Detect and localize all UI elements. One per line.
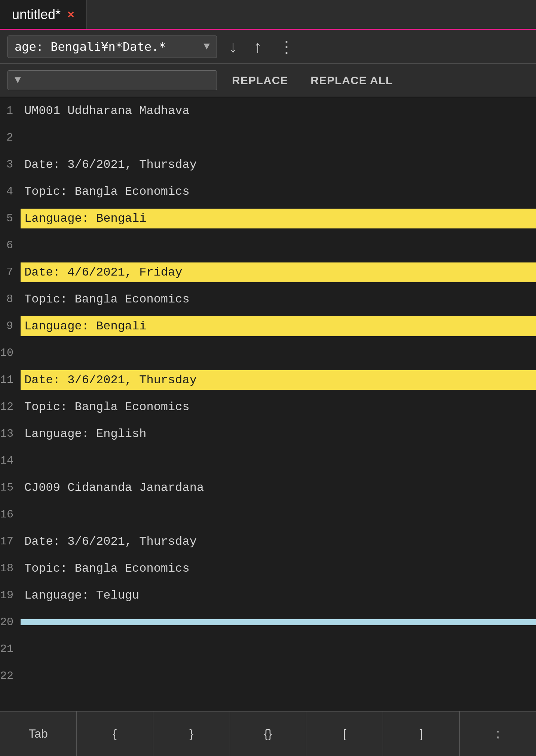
- replace-all-button[interactable]: REPLACE ALL: [303, 70, 400, 90]
- search-dropdown-arrow-icon[interactable]: ▼: [203, 41, 210, 52]
- tab-close-button[interactable]: ×: [67, 7, 74, 21]
- keyboard-key[interactable]: {: [77, 712, 153, 756]
- line-row: 15CJ009 Cidananda Janardana: [0, 474, 536, 501]
- tab-title: untitled*: [12, 7, 61, 22]
- keyboard-key[interactable]: {}: [230, 712, 307, 756]
- line-content: [21, 458, 536, 464]
- line-content: Topic: Bangla Economics: [21, 182, 536, 202]
- line-number: 1: [0, 104, 21, 117]
- replace-input-container[interactable]: ▼: [7, 70, 217, 90]
- line-number: 19: [0, 589, 21, 602]
- line-content: [21, 350, 536, 356]
- line-content: Date: 3/6/2021, Thursday: [21, 532, 536, 551]
- line-content: [21, 135, 536, 141]
- keyboard-key[interactable]: [: [306, 712, 383, 756]
- line-content: [21, 646, 536, 652]
- search-input-container[interactable]: age: Bengali¥n*Date.* ▼: [7, 36, 217, 58]
- line-content: Topic: Bangla Economics: [21, 397, 536, 417]
- line-content: UM001 Uddharana Madhava: [21, 101, 536, 121]
- line-content: Date: 3/6/2021, Thursday: [21, 370, 536, 390]
- keyboard-bar: Tab{}{}[];: [0, 711, 536, 756]
- line-number: 17: [0, 535, 21, 548]
- line-row: 11Date: 3/6/2021, Thursday: [0, 366, 536, 393]
- line-row: 21: [0, 636, 536, 663]
- editor-area[interactable]: 1UM001 Uddharana Madhava23Date: 3/6/2021…: [0, 97, 536, 733]
- line-row: 6: [0, 232, 536, 259]
- search-nav-up-button[interactable]: ↑: [249, 34, 266, 59]
- line-number: 10: [0, 347, 21, 359]
- line-number: 18: [0, 562, 21, 575]
- line-row: 12Topic: Bangla Economics: [0, 393, 536, 420]
- keyboard-key[interactable]: Tab: [0, 712, 77, 756]
- line-number: 13: [0, 427, 21, 440]
- line-number: 7: [0, 266, 21, 279]
- line-content: Language: English: [21, 424, 536, 444]
- line-number: 15: [0, 481, 21, 494]
- line-row: 1UM001 Uddharana Madhava: [0, 97, 536, 124]
- line-number: 4: [0, 185, 21, 198]
- tab-bar: untitled* ×: [0, 0, 536, 30]
- line-content: Language: Bengali: [21, 209, 536, 228]
- line-number: 21: [0, 643, 21, 655]
- line-content: Language: Bengali: [21, 316, 536, 336]
- line-content: [21, 511, 536, 517]
- line-number: 12: [0, 400, 21, 413]
- line-content: [21, 673, 536, 679]
- line-row: 14: [0, 447, 536, 474]
- keyboard-key[interactable]: ;: [460, 712, 536, 756]
- line-row: 3Date: 3/6/2021, Thursday: [0, 151, 536, 178]
- line-content: Date: 4/6/2021, Friday: [21, 262, 536, 282]
- line-number: 14: [0, 454, 21, 467]
- line-row: 18Topic: Bangla Economics: [0, 555, 536, 582]
- line-number: 11: [0, 374, 21, 386]
- line-row: 9Language: Bengali: [0, 313, 536, 339]
- line-number: 5: [0, 212, 21, 225]
- line-content: Language: Telugu: [21, 586, 536, 605]
- search-bar: age: Bengali¥n*Date.* ▼ ↓ ↑ ⋮: [0, 30, 536, 64]
- search-query-text: age: Bengali¥n*Date.*: [15, 40, 200, 54]
- line-number: 8: [0, 293, 21, 305]
- line-number: 3: [0, 158, 21, 171]
- line-number: 9: [0, 320, 21, 332]
- line-number: 2: [0, 131, 21, 144]
- line-row: 17Date: 3/6/2021, Thursday: [0, 528, 536, 555]
- keyboard-key[interactable]: }: [153, 712, 230, 756]
- line-number: 22: [0, 670, 21, 682]
- tab-item[interactable]: untitled* ×: [0, 0, 87, 29]
- line-row: 16: [0, 501, 536, 528]
- line-content: CJ009 Cidananda Janardana: [21, 478, 536, 498]
- search-nav-down-button[interactable]: ↓: [224, 34, 242, 59]
- line-row: 22: [0, 663, 536, 689]
- line-row: 13Language: English: [0, 420, 536, 447]
- replace-button[interactable]: REPLACE: [224, 70, 295, 90]
- line-content: Topic: Bangla Economics: [21, 289, 536, 309]
- line-row: 19Language: Telugu: [0, 582, 536, 609]
- line-row: 20: [0, 609, 536, 636]
- line-content: [21, 619, 536, 625]
- line-row: 8Topic: Bangla Economics: [0, 286, 536, 313]
- line-row: 4Topic: Bangla Economics: [0, 178, 536, 205]
- line-row: 5Language: Bengali: [0, 205, 536, 232]
- line-content: Topic: Bangla Economics: [21, 559, 536, 578]
- line-content: [21, 242, 536, 248]
- line-row: 7Date: 4/6/2021, Friday: [0, 259, 536, 286]
- replace-dropdown-arrow-icon[interactable]: ▼: [15, 74, 21, 86]
- replace-bar: ▼ REPLACE REPLACE ALL: [0, 64, 536, 97]
- line-row: 2: [0, 124, 536, 151]
- line-row: 10: [0, 339, 536, 366]
- search-more-button[interactable]: ⋮: [274, 34, 299, 59]
- line-number: 20: [0, 616, 21, 629]
- line-number: 6: [0, 239, 21, 252]
- line-number: 16: [0, 508, 21, 521]
- line-content: Date: 3/6/2021, Thursday: [21, 155, 536, 175]
- keyboard-key[interactable]: ]: [383, 712, 460, 756]
